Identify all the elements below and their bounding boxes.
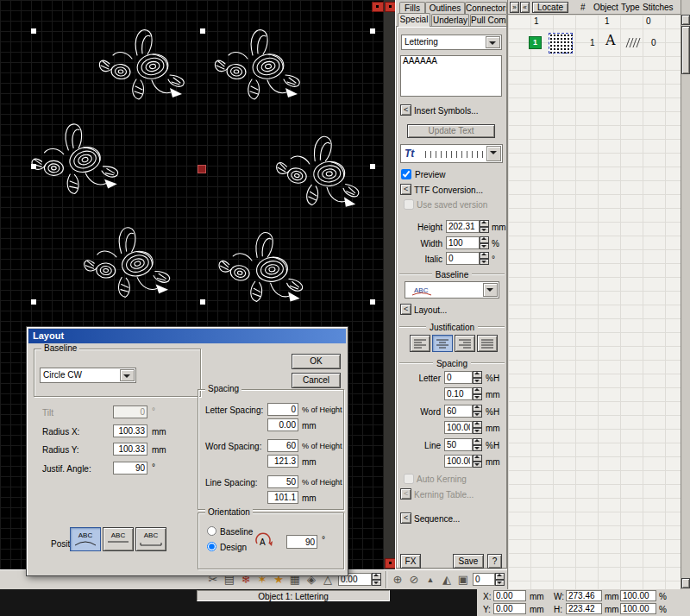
auto-kerning-checkbox[interactable] [404,474,414,484]
scroll-down-button[interactable] [681,578,690,588]
color-chip[interactable]: 1 [529,36,542,49]
tab-pull-comp[interactable]: Pull Comp [470,14,507,26]
width-spinner[interactable] [480,236,489,249]
ttf-conversion-label[interactable]: TTF Conversion... [414,185,483,195]
use-saved-version-checkbox[interactable] [404,199,414,210]
scrollbar-thumb[interactable] [681,26,690,74]
x-input[interactable] [493,590,526,601]
y-input[interactable] [493,603,526,614]
tab-underlay[interactable]: Underlay [431,14,469,26]
position-below-button[interactable]: ABC [135,527,166,551]
baseline-type-select[interactable]: Circle CW [40,368,136,383]
expand-panel-button[interactable]: « [520,2,530,13]
line-spacing-spinner[interactable] [473,438,482,451]
line-spacing-input[interactable] [444,438,473,451]
color-group-row[interactable]: 1 1 0 [508,15,681,28]
object-list-grid[interactable]: 1 1 0 1 1 A 0 [508,15,681,589]
locate-button[interactable]: Locate [532,2,568,13]
tab-special[interactable]: Special [398,13,430,27]
h-input[interactable] [566,603,602,614]
canvas-vertical-scrollbar[interactable] [384,0,395,569]
word-spacing-mm-spinner[interactable] [473,421,482,434]
save-button[interactable]: Save [453,554,484,569]
baseline-select[interactable]: ABC [405,281,499,299]
selection-handle[interactable] [200,299,205,305]
italic-spinner[interactable] [480,252,489,265]
tilt-input[interactable] [113,405,147,418]
letter-spacing-input[interactable] [444,371,473,384]
help-button[interactable]: ? [487,554,502,569]
object-list-scrollbar[interactable] [681,0,690,589]
justif-angle-input[interactable] [113,462,147,475]
layout-label[interactable]: Layout... [414,305,447,315]
radius-x-input[interactable] [113,424,147,437]
layout-button[interactable] [400,304,411,315]
w-input[interactable] [566,590,602,601]
needle-point-icon[interactable]: ⊕ [390,572,405,588]
insert-symbols-button[interactable] [400,104,411,116]
chevron-down-icon[interactable] [483,283,498,297]
scale-h-input[interactable] [620,603,656,614]
letter-spacing-spinner[interactable] [473,371,482,384]
toolbar-count-input[interactable] [473,573,495,586]
orient-angle-input[interactable] [286,535,317,549]
fx-button[interactable]: FX [400,554,421,569]
word-spacing-spinner[interactable] [473,405,482,418]
orient-design-label[interactable]: Design [220,543,247,552]
selection-handle[interactable] [200,28,205,34]
height-spinner[interactable] [480,220,489,233]
preview-checkbox[interactable] [401,169,411,179]
orient-baseline-radio[interactable] [207,526,216,536]
toolbar-count-spinner[interactable] [495,573,505,586]
sequence-button[interactable] [400,512,411,524]
word-spacing-mm-input[interactable] [267,455,298,468]
scroll-up-button[interactable] [681,15,690,25]
chevron-down-icon[interactable] [486,36,500,48]
line-spacing-mm-input[interactable] [444,455,473,468]
word-spacing-input[interactable] [444,405,473,418]
justify-center-button[interactable] [432,335,453,352]
letter-spacing-mm-input[interactable] [267,418,298,431]
insert-symbols-label[interactable]: Insert Symbols... [414,106,478,116]
collapse-panel-button[interactable]: » [510,2,519,13]
chevron-down-icon[interactable] [486,146,501,161]
object-type-select[interactable]: Lettering [401,35,502,50]
letter-spacing-mm-input[interactable] [444,387,473,400]
justify-right-button[interactable] [455,335,475,352]
width-input[interactable] [446,236,480,249]
update-text-button[interactable]: Update Text [407,124,495,138]
scale-w-input[interactable] [620,590,656,601]
orient-baseline-label[interactable]: Baseline [220,527,253,537]
stitch-angle-icon[interactable]: ⊘ [406,572,422,588]
selection-handle[interactable] [31,28,36,34]
line-spacing-input[interactable] [267,475,298,488]
word-spacing-input[interactable] [267,439,298,452]
letter-spacing-input[interactable] [267,403,298,416]
object-thumbnail[interactable] [549,33,573,53]
word-spacing-mm-input[interactable] [444,421,473,434]
tab-fills[interactable]: Fills [399,2,425,14]
mirror-icon[interactable]: ◭ [439,572,455,588]
chevron-down-icon[interactable] [120,369,135,381]
tab-outlines[interactable]: Outlines [425,2,465,14]
frame-icon[interactable]: ▣ [455,572,471,588]
canvas-corner-button[interactable] [372,2,384,12]
line-spacing-mm-spinner[interactable] [473,455,482,468]
justify-left-button[interactable] [410,335,430,352]
object-row[interactable]: 1 1 A 0 [508,30,681,56]
selection-handle[interactable] [31,164,36,169]
selection-handle[interactable] [370,164,375,169]
lettering-text-input[interactable]: AAAAAA [400,55,502,97]
kerning-table-button[interactable] [400,488,411,500]
height-input[interactable] [446,220,480,233]
sequence-label[interactable]: Sequence... [414,514,460,524]
orient-design-radio[interactable] [207,542,216,551]
italic-input[interactable] [446,252,480,265]
ok-button[interactable]: OK [292,354,341,369]
justify-full-button[interactable] [477,335,498,352]
ttf-conversion-button[interactable] [400,184,411,195]
position-above-button[interactable]: ABC [70,527,101,551]
dialog-title-bar[interactable]: Layout [28,329,346,343]
radius-y-input[interactable] [113,443,147,456]
cancel-button[interactable]: Cancel [292,373,341,388]
